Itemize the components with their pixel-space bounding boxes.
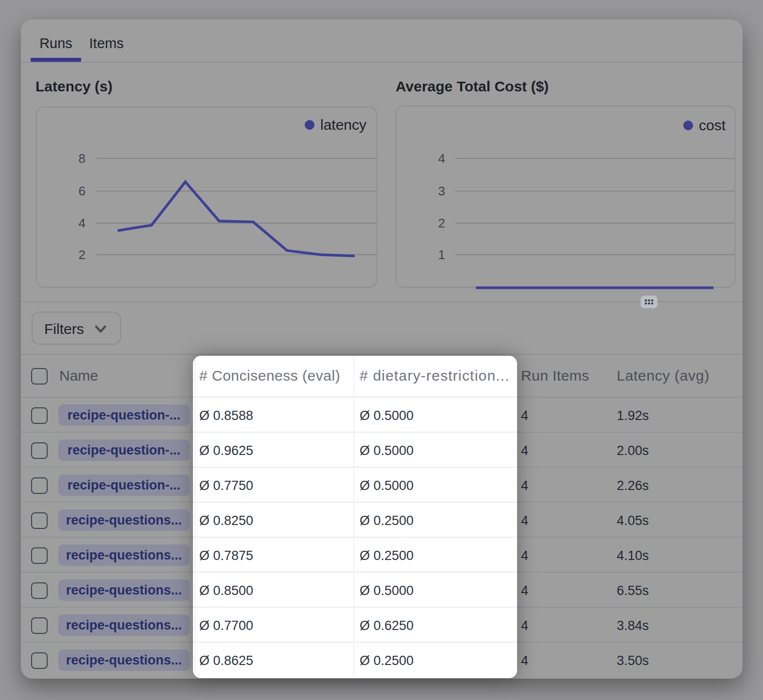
svg-text:2: 2 bbox=[438, 216, 445, 230]
svg-text:cost: cost bbox=[699, 117, 726, 133]
svg-text:3: 3 bbox=[438, 184, 445, 198]
svg-text:6: 6 bbox=[79, 184, 86, 198]
svg-text:4: 4 bbox=[79, 216, 86, 230]
svg-text:latency: latency bbox=[320, 117, 366, 133]
svg-text:1: 1 bbox=[438, 247, 445, 262]
svg-text:2: 2 bbox=[79, 247, 86, 262]
svg-text:8: 8 bbox=[79, 151, 86, 166]
svg-text:4: 4 bbox=[438, 151, 445, 166]
